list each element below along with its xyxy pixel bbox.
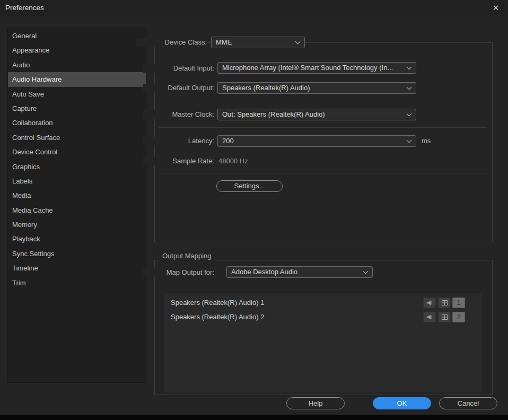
sidebar-item-control-surface[interactable]: Control Surface: [8, 130, 146, 145]
titlebar: Preferences ✕: [0, 0, 508, 16]
sidebar-item-auto-save[interactable]: Auto Save: [8, 87, 146, 101]
sample-rate-value: 48000 Hz: [218, 157, 248, 165]
sidebar-item-general[interactable]: General: [8, 29, 146, 43]
window-title: Preferences: [5, 0, 44, 16]
default-input-value: Microphone Array (Intel® Smart Sound Tec…: [218, 63, 416, 73]
cancel-button[interactable]: Cancel: [439, 397, 497, 409]
sidebar-item-graphics[interactable]: Graphics: [8, 160, 146, 174]
sidebar-item-memory[interactable]: Memory: [8, 217, 146, 232]
latency-label: Latency:: [143, 137, 214, 145]
sidebar-item-collaboration[interactable]: Collaboration: [8, 116, 146, 130]
speaker-icon: [426, 314, 433, 320]
sidebar-item-playback[interactable]: Playback: [8, 232, 146, 246]
settings-button[interactable]: Settings...: [216, 180, 283, 192]
channel-number-badge[interactable]: 1: [452, 298, 465, 308]
sidebar-item-audio-hardware[interactable]: Audio Hardware: [8, 72, 146, 86]
separator: [159, 173, 487, 173]
sidebar-item-capture[interactable]: Capture: [8, 101, 146, 116]
default-input-label: Default Input:: [143, 64, 214, 73]
default-output-label: Default Output:: [143, 84, 214, 92]
channel-name: Speakers (Realtek(R) Audio) 1: [171, 295, 264, 310]
help-button[interactable]: Help: [286, 397, 345, 409]
map-output-for-select[interactable]: Adobe Desktop Audio: [226, 266, 373, 278]
device-class-value: MME: [212, 37, 304, 48]
device-class-select[interactable]: MME: [211, 37, 305, 48]
default-output-value: Speakers (Realtek(R) Audio): [218, 83, 416, 93]
channel-number-badge[interactable]: 2: [452, 312, 465, 322]
sidebar-item-labels[interactable]: Labels: [8, 174, 146, 188]
channel-row: Speakers (Realtek(R) Audio) 2 2: [164, 310, 482, 324]
master-clock-label: Master Clock:: [143, 110, 214, 119]
sidebar-item-timeline[interactable]: Timeline: [8, 261, 146, 275]
channel-row: Speakers (Realtek(R) Audio) 1 1: [164, 295, 482, 310]
grid-icon: [441, 314, 448, 320]
sidebar-item-appearance[interactable]: Appearance: [8, 43, 146, 57]
default-input-select[interactable]: Microphone Array (Intel® Smart Sound Tec…: [217, 62, 416, 74]
master-clock-select[interactable]: Out: Speakers (Realtek(R) Audio): [217, 109, 416, 120]
latency-select[interactable]: 200: [217, 135, 416, 147]
speaker-icon: [426, 300, 433, 306]
output-mapping-list: Speakers (Realtek(R) Audio) 1 1 Speakers…: [164, 293, 482, 392]
preferences-category-list: General Appearance Audio Audio Hardware …: [7, 28, 146, 383]
sidebar-item-media-cache[interactable]: Media Cache: [8, 203, 146, 217]
sidebar-item-device-control[interactable]: Device Control: [8, 145, 146, 159]
device-class-label: Device Class:: [136, 38, 207, 47]
grid-icon-button[interactable]: [438, 312, 451, 322]
preferences-dialog: Preferences ✕ General Appearance Audio A…: [0, 0, 508, 420]
latency-unit: ms: [422, 137, 431, 145]
sample-rate-label: Sample Rate:: [143, 157, 214, 165]
default-output-select[interactable]: Speakers (Realtek(R) Audio): [217, 82, 416, 94]
speaker-icon-button[interactable]: [423, 298, 436, 308]
latency-value: 200: [218, 136, 416, 146]
master-clock-value: Out: Speakers (Realtek(R) Audio): [218, 109, 416, 120]
map-output-for-label: Map Output for:: [143, 268, 214, 277]
separator: [159, 100, 487, 100]
channel-name: Speakers (Realtek(R) Audio) 2: [171, 310, 264, 324]
ok-button[interactable]: OK: [373, 397, 431, 409]
sidebar-item-trim[interactable]: Trim: [8, 276, 146, 290]
sidebar-item-media[interactable]: Media: [8, 188, 146, 203]
sidebar-item-audio[interactable]: Audio: [8, 58, 146, 72]
close-icon[interactable]: ✕: [488, 0, 504, 16]
grid-icon-button[interactable]: [438, 298, 451, 308]
separator: [159, 127, 487, 128]
output-mapping-legend: Output Mapping: [159, 252, 215, 260]
window-bottom-edge: [0, 415, 508, 420]
sidebar-item-sync-settings[interactable]: Sync Settings: [8, 247, 146, 261]
speaker-icon-button[interactable]: [423, 312, 436, 322]
grid-icon: [441, 300, 448, 306]
map-output-for-value: Adobe Desktop Audio: [227, 267, 372, 277]
